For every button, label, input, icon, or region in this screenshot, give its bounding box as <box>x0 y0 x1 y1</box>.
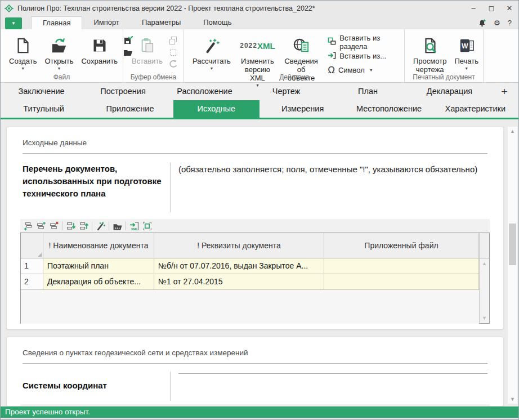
file-menu-button[interactable]: ▼ <box>5 17 22 29</box>
toolbar-separator <box>62 221 62 230</box>
column-header-name[interactable]: ! Наименование документа <box>43 233 154 258</box>
open-folder-icon <box>50 35 68 56</box>
copy-icon[interactable] <box>168 36 178 45</box>
group-label-file: Файл <box>1 73 123 81</box>
expand-icon[interactable] <box>142 221 152 231</box>
scroll-up-icon[interactable]: ▲ <box>480 261 489 266</box>
paste-clipboard-icon <box>139 35 156 56</box>
tab-prilozhenie[interactable]: Приложение <box>87 100 173 118</box>
ribbon-group-clipboard: Вставить Буфер <box>123 29 184 82</box>
wand-icon[interactable] <box>96 221 105 231</box>
drawing-preview-button[interactable]: Просмотр чертежа <box>409 34 450 75</box>
coordinate-systems-label: Системы координат <box>23 372 164 401</box>
row-number[interactable]: 1 <box>21 258 43 274</box>
folder-export-icon[interactable] <box>113 221 122 231</box>
toolbar-separator <box>92 221 92 230</box>
active-tab-underline <box>1 118 518 119</box>
undo-icon[interactable] <box>168 60 178 69</box>
ribbon-group-file: Создать ▼ Открыть ▼ <box>1 29 123 82</box>
tab-plan[interactable]: План <box>327 83 409 100</box>
row-up-icon[interactable] <box>79 221 88 231</box>
toolbar-separator <box>126 221 126 230</box>
section-divider <box>23 153 487 154</box>
page-scrollbar[interactable]: ▲ ▼ <box>508 127 517 404</box>
save-button[interactable]: Сохранить <box>77 34 122 67</box>
cell-attached-file[interactable] <box>324 274 479 290</box>
cell-document-name[interactable]: Поэтажный план <box>43 258 154 274</box>
chevron-down-icon: ▼ <box>21 66 25 70</box>
tab-titulnyj[interactable]: Титульный <box>1 100 87 118</box>
ribbon: Создать ▼ Открыть ▼ <box>1 29 518 83</box>
coordinate-systems-field[interactable] <box>178 373 487 374</box>
field-separator <box>170 372 171 401</box>
column-header-file[interactable]: Приложенный файл <box>324 233 479 258</box>
cell-document-details[interactable]: №1 от 27.04.2015 <box>154 274 324 290</box>
cell-document-details[interactable]: №б/н от 07.07.2016, выдан Закрытое А... <box>154 258 324 274</box>
ribbon-tab-parameters[interactable]: Параметры <box>131 16 192 29</box>
settings-gear-icon[interactable]: ⚙ <box>494 17 500 29</box>
cell-document-name[interactable]: Декларация об объекте... <box>43 274 154 290</box>
xml-import-icon[interactable]: XML <box>129 221 139 231</box>
status-bar: Проект успешно открыт. <box>1 406 518 418</box>
calculate-button[interactable]: Рассчитать ▼ <box>189 34 235 72</box>
tab-ishodnye[interactable]: Исходные <box>173 100 260 118</box>
documents-table: ! Наименование документа ! Реквизиты док… <box>20 233 490 324</box>
column-header-details[interactable]: ! Реквизиты документа <box>154 233 324 258</box>
row-insert-icon[interactable] <box>36 221 46 231</box>
scroll-up-icon[interactable]: ▲ <box>508 127 517 136</box>
insert-from-section-icon <box>328 37 336 47</box>
app-window: Полигон Про: Техплан строительства верси… <box>0 0 519 420</box>
table-scrollbar[interactable]: ▲ ▼ <box>479 233 489 323</box>
chevron-down-icon: ▼ <box>256 83 260 87</box>
tab-declaraciya[interactable]: Декларация <box>409 83 490 100</box>
paste-special-icon[interactable] <box>168 48 178 57</box>
tab-harakteristiki[interactable]: Характеристики <box>432 100 518 118</box>
new-document-icon <box>15 35 32 56</box>
ribbon-tab-home[interactable]: Главная <box>31 16 82 29</box>
xml-version-icon: 2022 XML <box>240 35 275 56</box>
add-tab-button[interactable]: + <box>490 83 518 100</box>
app-logo-icon <box>5 4 14 13</box>
tab-mestopolozhenie[interactable]: Местоположение <box>346 100 432 118</box>
minimize-button[interactable]: – <box>464 1 482 16</box>
select-all-corner-cell[interactable] <box>21 233 43 258</box>
insert-from-button[interactable]: Вставить из... <box>324 49 401 63</box>
group-label-clipboard: Буфер обмена <box>123 73 184 81</box>
scroll-down-icon[interactable]: ▼ <box>480 315 489 321</box>
row-number[interactable]: 2 <box>21 274 43 290</box>
open-button[interactable]: Открыть ▼ <box>41 34 77 72</box>
tab-postroeniya[interactable]: Построения <box>82 83 164 100</box>
section-title: Исходные данные <box>23 138 487 147</box>
scrollbar-thumb[interactable] <box>509 224 516 265</box>
row-delete-icon[interactable] <box>49 221 59 231</box>
notifications-bell-icon[interactable] <box>478 19 486 28</box>
status-message: Проект успешно открыт. <box>5 408 90 416</box>
tab-zakluchenie[interactable]: Заключение <box>1 83 82 100</box>
ribbon-tab-help[interactable]: Помощь <box>192 16 243 29</box>
save-floppy-icon <box>92 35 108 56</box>
maximize-button[interactable]: ◻ <box>482 1 500 16</box>
print-button[interactable]: W Печать ▼ <box>450 34 482 72</box>
row-down-icon[interactable] <box>66 221 75 231</box>
status-bar-edge <box>1 418 518 419</box>
tab-izmereniya[interactable]: Измерения <box>260 100 346 118</box>
table-empty-area <box>21 290 479 324</box>
insert-from-section-button[interactable]: Вставить из раздела <box>324 35 401 49</box>
documents-list-hint: (обязательно заполняется; поля, отмеченн… <box>171 163 486 212</box>
paste-button[interactable]: Вставить <box>128 34 167 67</box>
cell-attached-file[interactable] <box>324 258 479 274</box>
row-add-icon[interactable] <box>23 221 33 231</box>
globe-info-icon <box>292 35 310 56</box>
preview-magnifier-icon <box>422 35 439 56</box>
ribbon-tab-import[interactable]: Импорт <box>82 16 130 29</box>
table-toolbar: XML <box>20 219 490 233</box>
scroll-down-icon[interactable]: ▼ <box>508 395 517 404</box>
documents-list-label: Перечень документов, использованных при … <box>23 163 164 212</box>
tab-raspolozhenie[interactable]: Расположение <box>164 83 245 100</box>
magic-wand-icon <box>203 35 220 56</box>
help-icon[interactable]: ? <box>508 17 512 29</box>
create-button[interactable]: Создать ▼ <box>5 34 41 72</box>
svg-text:W: W <box>462 42 468 50</box>
titlebar: Полигон Про: Техплан строительства верси… <box>1 1 518 16</box>
close-button[interactable]: ✕ <box>500 1 518 16</box>
